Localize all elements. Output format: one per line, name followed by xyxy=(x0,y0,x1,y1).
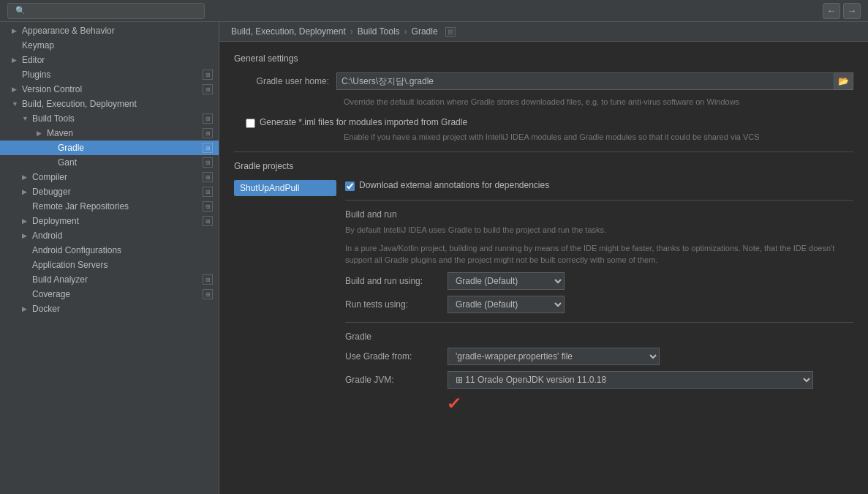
download-annotations-label: Download external annotations for depend… xyxy=(359,180,549,190)
settings-icon: ⊞ xyxy=(203,113,213,124)
sidebar: ▶ Appearance & Behavior Keymap ▶ Editor … xyxy=(0,22,219,494)
settings-icon: ⊞ xyxy=(203,70,213,80)
generate-iml-hint: Enable if you have a mixed project with … xyxy=(344,131,853,143)
sidebar-item-android[interactable]: ▶ Android xyxy=(0,228,219,243)
gradle-jvm-row: Gradle JVM: ⊞ 11 Oracle OpenJDK version … xyxy=(345,371,853,389)
download-annotations-checkbox[interactable] xyxy=(345,181,355,191)
sidebar-item-appearance[interactable]: ▶ Appearance & Behavior xyxy=(0,23,219,38)
browse-button[interactable]: 📂 xyxy=(834,72,853,90)
gradle-user-home-input[interactable] xyxy=(336,72,834,90)
project-settings: Download external annotations for depend… xyxy=(345,180,853,413)
gradle-user-home-row: Gradle user home: 📂 xyxy=(234,72,853,90)
arrow-icon: ▶ xyxy=(22,232,32,239)
breadcrumb-part1: Build, Execution, Deployment xyxy=(231,26,346,37)
sidebar-item-app-servers[interactable]: Application Servers xyxy=(0,258,219,272)
sidebar-item-remote-jar[interactable]: Remote Jar Repositories ⊞ xyxy=(0,199,219,214)
sidebar-item-debugger[interactable]: ▶ Debugger ⊞ xyxy=(0,184,219,199)
settings-icon: ⊞ xyxy=(203,201,213,212)
generate-iml-row: Generate *.iml files for modules importe… xyxy=(246,117,853,128)
sidebar-item-coverage[interactable]: Coverage ⊞ xyxy=(0,287,219,302)
gradle-projects-area: ShutUpAndPull Download external annotati… xyxy=(234,180,853,413)
sidebar-item-maven[interactable]: ▶ Maven ⊞ xyxy=(0,126,219,141)
separator-3 xyxy=(345,322,853,323)
sidebar-item-build-analyzer[interactable]: Build Analyzer ⊞ xyxy=(0,272,219,287)
arrow-icon: ▶ xyxy=(22,305,32,313)
content-area: Build, Execution, Deployment › Build Too… xyxy=(219,22,868,494)
run-tests-using-label: Run tests using: xyxy=(345,299,448,310)
pin-icon: ⊞ xyxy=(445,27,456,37)
settings-icon: ⊞ xyxy=(203,128,213,138)
gradle-user-home-hint: Override the default location where Grad… xyxy=(344,96,853,108)
settings-icon: ⊞ xyxy=(203,274,213,285)
separator-1 xyxy=(234,151,853,152)
arrow-icon: ▼ xyxy=(22,115,32,122)
arrow-icon: ▶ xyxy=(12,27,22,34)
sidebar-item-android-configs[interactable]: Android Configurations xyxy=(0,243,219,258)
search-input[interactable]: 🔍 xyxy=(7,3,205,19)
back-button[interactable]: ← xyxy=(823,3,840,19)
use-gradle-from-row: Use Gradle from: 'gradle-wrapper.propert… xyxy=(345,348,853,365)
gradle-user-home-input-wrapper: 📂 xyxy=(336,72,853,90)
settings-icon: ⊞ xyxy=(203,157,213,168)
gradle-projects-title: Gradle projects xyxy=(234,161,853,171)
checkmark-area: ✓ xyxy=(448,394,853,413)
arrow-icon: ▶ xyxy=(12,56,22,64)
sidebar-item-gradle[interactable]: Gradle ⊞ xyxy=(0,141,219,155)
build-and-run-using-select[interactable]: Gradle (Default) IntelliJ IDEA xyxy=(448,272,565,290)
arrow-icon: ▶ xyxy=(22,188,32,195)
run-tests-using-row: Run tests using: Gradle (Default) Intell… xyxy=(345,296,853,313)
sidebar-item-version-control[interactable]: ▶ Version Control ⊞ xyxy=(0,82,219,97)
arrow-icon: ▶ xyxy=(37,130,47,137)
sidebar-item-deployment[interactable]: ▶ Deployment ⊞ xyxy=(0,214,219,228)
forward-button[interactable]: → xyxy=(843,3,861,19)
run-tests-using-select[interactable]: Gradle (Default) IntelliJ IDEA xyxy=(448,296,565,313)
gradle-jvm-select[interactable]: ⊞ 11 Oracle OpenJDK version 11.0.18 17 O… xyxy=(448,371,813,389)
gradle-jvm-label: Gradle JVM: xyxy=(345,375,448,385)
arrow-icon: ▶ xyxy=(12,86,22,93)
search-icon: 🔍 xyxy=(15,6,26,15)
gradle-section-title: Gradle xyxy=(345,332,853,342)
generate-iml-checkbox[interactable] xyxy=(246,119,255,128)
arrow-icon: ▶ xyxy=(22,173,32,181)
top-bar: 🔍 ← → xyxy=(0,0,868,22)
gradle-user-home-label: Gradle user home: xyxy=(234,76,336,86)
project-list: ShutUpAndPull xyxy=(234,180,336,413)
settings-icon: ⊞ xyxy=(203,216,213,226)
sidebar-item-gant[interactable]: Gant ⊞ xyxy=(0,155,219,170)
build-run-desc1: By default IntelliJ IDEA uses Gradle to … xyxy=(345,224,853,236)
generate-iml-label: Generate *.iml files for modules importe… xyxy=(260,117,467,127)
breadcrumb: Build, Execution, Deployment › Build Too… xyxy=(219,22,868,42)
content-body: General settings Gradle user home: 📂 Ove… xyxy=(219,42,868,434)
settings-icon: ⊞ xyxy=(203,172,213,182)
use-gradle-from-select[interactable]: 'gradle-wrapper.properties' file Specifi… xyxy=(448,348,660,365)
settings-icon: ⊞ xyxy=(203,187,213,197)
general-settings-title: General settings xyxy=(234,53,853,64)
settings-icon: ⊞ xyxy=(203,84,213,94)
nav-buttons: ← → xyxy=(823,3,861,19)
arrow-icon: ▶ xyxy=(22,217,32,225)
sidebar-item-compiler[interactable]: ▶ Compiler ⊞ xyxy=(0,170,219,184)
sep2: › xyxy=(404,26,407,37)
build-and-run-using-row: Build and run using: Gradle (Default) In… xyxy=(345,272,853,290)
main-layout: ▶ Appearance & Behavior Keymap ▶ Editor … xyxy=(0,22,868,494)
use-gradle-from-label: Use Gradle from: xyxy=(345,351,448,362)
breadcrumb-part2: Build Tools xyxy=(358,26,400,37)
sidebar-item-plugins[interactable]: Plugins ⊞ xyxy=(0,67,219,82)
build-and-run-using-label: Build and run using: xyxy=(345,276,448,286)
sidebar-item-build-tools[interactable]: ▼ Build Tools ⊞ xyxy=(0,111,219,126)
checkmark-icon: ✓ xyxy=(446,394,462,413)
separator-2 xyxy=(345,200,853,201)
project-list-item[interactable]: ShutUpAndPull xyxy=(234,180,336,196)
build-run-desc2: In a pure Java/Kotlin project, building … xyxy=(345,242,853,266)
sidebar-item-build-exec[interactable]: ▼ Build, Execution, Deployment xyxy=(0,97,219,111)
sidebar-item-editor[interactable]: ▶ Editor xyxy=(0,53,219,67)
sep1: › xyxy=(350,26,353,37)
breadcrumb-current: Gradle xyxy=(412,26,438,37)
arrow-icon: ▼ xyxy=(12,100,22,108)
download-annotations-row: Download external annotations for depend… xyxy=(345,180,853,191)
sidebar-item-docker[interactable]: ▶ Docker xyxy=(0,302,219,316)
settings-icon: ⊞ xyxy=(203,143,213,153)
sidebar-item-keymap[interactable]: Keymap xyxy=(0,38,219,53)
build-and-run-title: Build and run xyxy=(345,209,853,220)
settings-icon: ⊞ xyxy=(203,289,213,299)
